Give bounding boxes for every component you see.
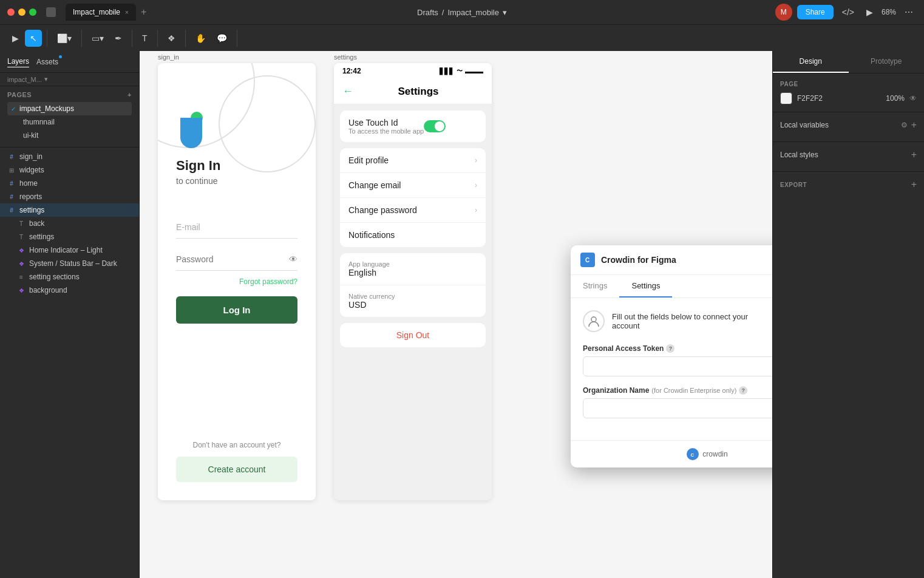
titlebar: Impact_mobile × + Drafts / Impact_mobile… (0, 0, 924, 24)
org-input[interactable] (583, 398, 772, 418)
zoom-level[interactable]: 68% (882, 8, 896, 16)
page-section: Page F2F2F2 100% 👁 (773, 73, 924, 112)
play-button[interactable]: ▶ (863, 5, 877, 19)
plugin-connect-text: Fill out the fields below to connect you… (612, 312, 772, 330)
chevron-down-icon[interactable]: ▾ (503, 8, 507, 17)
add-page-icon[interactable]: + (127, 91, 132, 98)
code-view-button[interactable]: </> (838, 5, 858, 19)
breadcrumb-chevron-icon: ▾ (44, 75, 48, 83)
minimize-button[interactable] (18, 8, 25, 16)
select-tool[interactable]: ↖ (25, 30, 42, 47)
assets-tab[interactable]: Assets (36, 56, 58, 67)
page-color-swatch[interactable] (780, 92, 792, 104)
layer-item-home[interactable]: # home (0, 177, 139, 190)
shape-tool[interactable]: ▭▾ (87, 30, 109, 47)
add-local-style-button[interactable]: + (911, 149, 917, 160)
token-help-icon[interactable]: ? (666, 344, 674, 353)
layer-item-background[interactable]: ❖ background (0, 284, 139, 297)
fullscreen-button[interactable] (29, 8, 36, 16)
new-tab-button[interactable]: + (141, 7, 146, 18)
tab-bar: Impact_mobile × + (66, 4, 146, 21)
page-color-value[interactable]: F2F2F2 (797, 94, 881, 103)
share-button[interactable]: Share (797, 5, 834, 19)
text-tool[interactable]: T (137, 30, 152, 47)
page-name: thumnnail (23, 118, 55, 126)
signin-title: Sign In (176, 158, 297, 174)
add-local-variable-button[interactable]: + (911, 120, 917, 131)
canvas[interactable]: sign_in Sign In to continue (140, 51, 772, 578)
email-field[interactable] (176, 216, 297, 239)
drafts-link[interactable]: Drafts (417, 8, 438, 17)
assets-notification-dot (59, 55, 62, 58)
change-password-row[interactable]: Change password › (340, 198, 486, 223)
page-item-impact-mockups[interactable]: ✓ impact_Mockups (7, 102, 132, 115)
sign-out-button[interactable]: Sign Out (340, 323, 486, 347)
layer-item-back[interactable]: T back (0, 217, 139, 230)
notifications-row[interactable]: Notifications (340, 223, 486, 247)
shape-tools: ▭▾ ✒ (87, 30, 132, 47)
breadcrumb-text[interactable]: impact_M... (7, 76, 42, 83)
app-language-val: English (348, 268, 390, 277)
local-styles-title: Local styles (780, 151, 818, 159)
local-variables-settings-icon[interactable]: ⚙ (901, 121, 908, 129)
layer-label: System / Status Bar – Dark (29, 259, 117, 268)
layer-item-status-bar[interactable]: ❖ System / Status Bar – Dark (0, 257, 139, 270)
native-currency-row: Native currency USD (340, 285, 486, 317)
page-item-thumnnail[interactable]: thumnnail (7, 115, 132, 129)
native-currency-val: USD (348, 300, 395, 310)
plugin-tabs: Strings Settings (571, 275, 772, 298)
layer-item-settings[interactable]: # settings (0, 203, 139, 217)
tab-design[interactable]: Design (773, 51, 849, 73)
native-currency-label: Native currency (348, 293, 395, 300)
active-tab[interactable]: Impact_mobile × (66, 4, 136, 21)
comment-tool[interactable]: 💬 (212, 30, 232, 47)
page-item-ui-kit[interactable]: ui-kit (7, 129, 132, 142)
settings-tab[interactable]: Settings (619, 275, 672, 298)
pen-tool[interactable]: ✒ (110, 30, 127, 47)
layer-item-home-indicator[interactable]: ❖ Home Indicator – Light (0, 243, 139, 257)
org-help-icon[interactable]: ? (739, 386, 747, 395)
local-variables-section: Local variables ⚙ + (773, 112, 924, 142)
change-email-row[interactable]: Change email › (340, 173, 486, 198)
create-account-button[interactable]: Create account (176, 457, 297, 482)
figma-icon (46, 7, 56, 17)
eye-icon[interactable]: 👁 (289, 254, 297, 264)
forgot-password-link[interactable]: Forgot password? (239, 277, 297, 286)
hand-tool[interactable]: ✋ (191, 30, 211, 47)
traffic-lights (7, 8, 36, 16)
crowdin-plugin-modal: C Crowdin for Figma × Strings Settings (571, 245, 772, 467)
avatar[interactable]: M (775, 4, 792, 21)
close-button[interactable] (7, 8, 15, 16)
touch-id-toggle[interactable] (424, 120, 446, 132)
layer-item-settings-text[interactable]: T settings (0, 230, 139, 243)
frame-icon: # (7, 154, 16, 160)
back-button[interactable]: ← (342, 85, 353, 98)
org-field-group: Organization Name (for Crowdin Enterpris… (583, 386, 772, 428)
project-name[interactable]: Impact_mobile (447, 8, 499, 17)
signal-icon: ▋▋▋ (440, 68, 454, 75)
layers-tab[interactable]: Layers (7, 56, 29, 67)
signin-subtitle: to continue (176, 176, 297, 186)
strings-tab[interactable]: Strings (571, 275, 619, 298)
layer-item-sign-in[interactable]: # sign_in (0, 150, 139, 163)
more-options-button[interactable]: ⋯ (901, 5, 917, 19)
password-field[interactable] (176, 248, 289, 270)
frame-tool[interactable]: ⬜▾ (52, 30, 76, 47)
layer-label: home (19, 179, 38, 188)
eye-toggle-icon[interactable]: 👁 (909, 94, 917, 103)
login-button[interactable]: Log In (176, 296, 297, 324)
layer-label: background (29, 286, 67, 294)
token-input[interactable] (583, 356, 772, 376)
layers-section: # sign_in ⊞ widgets # home # reports # s… (0, 148, 139, 578)
layer-item-setting-sections[interactable]: ≡ setting sections (0, 270, 139, 284)
tab-prototype[interactable]: Prototype (849, 51, 925, 73)
page-opacity-value[interactable]: 100% (886, 94, 905, 103)
edit-profile-row[interactable]: Edit profile › (340, 148, 486, 173)
layer-item-reports[interactable]: # reports (0, 190, 139, 203)
tab-close-icon[interactable]: × (125, 9, 129, 16)
layer-item-widgets[interactable]: ⊞ widgets (0, 163, 139, 177)
move-tool[interactable]: ▶ (7, 30, 24, 47)
components-tool[interactable]: ❖ (163, 30, 180, 47)
page-name: ui-kit (23, 131, 38, 140)
add-export-button[interactable]: + (911, 179, 917, 190)
